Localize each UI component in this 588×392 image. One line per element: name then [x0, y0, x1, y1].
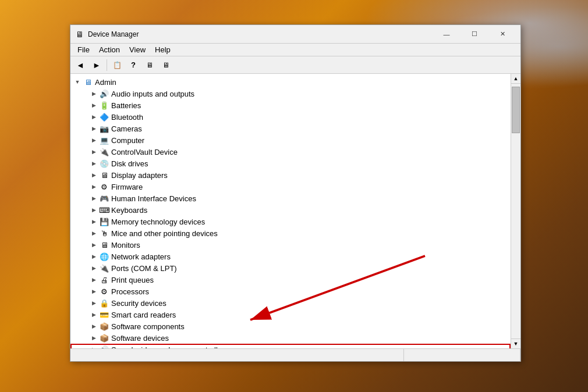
tree-item-label: Print queues: [110, 276, 154, 284]
window-controls: — ☐ ✕: [433, 25, 516, 44]
item-expander[interactable]: ▶: [89, 89, 98, 98]
tree-item[interactable]: ▶🖱Mice and other pointing devices: [70, 227, 511, 239]
item-expander[interactable]: ▶: [89, 298, 98, 308]
item-expander[interactable]: ▶: [89, 263, 98, 273]
tree-item[interactable]: ▶🔷Bluetooth: [70, 111, 511, 123]
scroll-up-button[interactable]: ▲: [511, 74, 520, 84]
tree-item[interactable]: ▶💳Smart card readers: [70, 309, 511, 320]
tree-item[interactable]: ▶🔒Security devices: [70, 297, 511, 309]
item-expander[interactable]: ▶: [89, 275, 98, 284]
item-expander[interactable]: ▶: [89, 322, 98, 331]
print-icon: 🖨: [100, 275, 109, 284]
tree-item-label: Processors: [110, 287, 149, 296]
help-button[interactable]: ?: [126, 58, 141, 72]
item-expander[interactable]: ▶: [89, 147, 98, 156]
audio-icon: 🔊: [100, 89, 109, 98]
scroll-thumb[interactable]: [512, 87, 520, 133]
tree-item-label: Computer: [110, 136, 144, 145]
monitor-icon: 🖥: [100, 240, 109, 250]
item-expander[interactable]: ▶: [89, 182, 98, 191]
tree-item[interactable]: ▶📦Software components: [70, 320, 511, 332]
tree-item-label: Batteries: [110, 101, 141, 110]
tree-item[interactable]: ▶📷Cameras: [70, 123, 511, 134]
item-expander[interactable]: ▶: [89, 240, 98, 250]
tree-item[interactable]: ▶📦Software devices: [70, 332, 511, 344]
scrollbar[interactable]: ▲ ▼: [511, 74, 520, 348]
title-bar: 🖥 Device Manager — ☐ ✕: [70, 25, 520, 44]
tree-item[interactable]: ▶⌨Keyboards: [70, 204, 511, 216]
tree-item-label: Software components: [110, 322, 185, 331]
tree-item[interactable]: ▶⚙Firmware: [70, 181, 511, 193]
item-expander[interactable]: ▶: [89, 252, 98, 261]
tree-item[interactable]: ▶⚙Processors: [70, 286, 511, 297]
tree-item[interactable]: ▶🔌ControlVault Device: [70, 146, 511, 158]
tree-item[interactable]: ▶🖥Monitors: [70, 239, 511, 251]
item-expander[interactable]: ▶: [89, 170, 98, 180]
window-icon: 🖥: [75, 30, 84, 39]
status-pane-2: [404, 349, 520, 361]
tree-item-label: ControlVault Device: [110, 148, 178, 156]
tree-item[interactable]: ▶🌐Network adapters: [70, 251, 511, 262]
properties-button[interactable]: 📋: [109, 58, 125, 72]
item-expander[interactable]: ▶: [89, 310, 98, 319]
computer-button[interactable]: 🖥: [142, 58, 157, 72]
security-icon: 🔒: [100, 298, 109, 308]
tree-item[interactable]: ▶💾Memory technology devices: [70, 216, 511, 227]
mouse-icon: 🖱: [100, 229, 109, 238]
root-expander[interactable]: ▼: [73, 77, 82, 87]
network-icon: 🌐: [100, 252, 109, 261]
menu-file[interactable]: File: [73, 44, 94, 55]
battery-icon: 🔋: [100, 101, 109, 110]
item-expander[interactable]: ▶: [89, 101, 98, 110]
menu-view[interactable]: View: [125, 44, 150, 55]
item-expander[interactable]: ▶: [89, 159, 98, 168]
close-button[interactable]: ✕: [489, 25, 516, 44]
tree-item-label: Bluetooth: [110, 113, 143, 122]
scroll-down-button[interactable]: ▼: [511, 338, 520, 348]
tree-item[interactable]: ▶🔌Ports (COM & LPT): [70, 262, 511, 274]
tree-item[interactable]: ▶🖥Display adapters: [70, 169, 511, 181]
root-label: Admin: [94, 78, 116, 87]
tree-item[interactable]: ▶💿Disk drives: [70, 158, 511, 169]
content-area: ▼ 🖥 Admin ▶🔊Audio inputs and outputs▶🔋Ba…: [70, 74, 520, 348]
item-expander[interactable]: ▶: [89, 217, 98, 226]
device-tree[interactable]: ▼ 🖥 Admin ▶🔊Audio inputs and outputs▶🔋Ba…: [70, 74, 511, 348]
item-expander[interactable]: ▶: [89, 124, 98, 133]
item-expander[interactable]: ▶: [89, 229, 98, 238]
tree-item[interactable]: ▶🔊Sound, video and game controllers: [70, 344, 511, 348]
scroll-track: [511, 84, 520, 338]
maximize-button[interactable]: ☐: [461, 25, 488, 44]
tree-item[interactable]: ▶🔋Batteries: [70, 99, 511, 111]
menu-action[interactable]: Action: [94, 44, 125, 55]
update-button[interactable]: 🖥: [158, 58, 173, 72]
camera-icon: 📷: [100, 124, 109, 133]
tree-item[interactable]: ▶💻Computer: [70, 134, 511, 146]
software-icon: 📦: [100, 322, 109, 331]
menu-help[interactable]: Help: [150, 44, 175, 55]
display-icon: 🖥: [100, 170, 109, 180]
tree-item[interactable]: ▶🎮Human Interface Devices: [70, 193, 511, 204]
item-expander[interactable]: ▶: [89, 205, 98, 215]
hid-icon: 🎮: [100, 194, 109, 203]
forward-button[interactable]: ►: [89, 58, 104, 72]
ports-icon: 🔌: [100, 263, 109, 273]
item-expander[interactable]: ▶: [89, 194, 98, 203]
tree-item-label: Cameras: [110, 124, 142, 133]
tree-item-label: Firmware: [110, 183, 143, 191]
status-bar: [70, 348, 520, 361]
tree-item[interactable]: ▶🔊Audio inputs and outputs: [70, 88, 511, 99]
tree-item[interactable]: ▶🖨Print queues: [70, 274, 511, 286]
item-expander[interactable]: ▶: [89, 287, 98, 296]
tree-item-label: Monitors: [110, 241, 140, 250]
minimize-button[interactable]: —: [433, 25, 460, 44]
back-button[interactable]: ◄: [73, 58, 88, 72]
tree-item-label: Ports (COM & LPT): [110, 264, 177, 273]
menu-bar: File Action View Help: [70, 44, 520, 56]
toolbar-separator-1: [107, 59, 107, 71]
item-expander[interactable]: ▶: [89, 136, 98, 145]
tree-root[interactable]: ▼ 🖥 Admin: [70, 76, 511, 88]
root-icon: 🖥: [83, 77, 93, 87]
tree-item-label: Software devices: [110, 334, 169, 343]
item-expander[interactable]: ▶: [89, 333, 98, 343]
item-expander[interactable]: ▶: [89, 112, 98, 122]
